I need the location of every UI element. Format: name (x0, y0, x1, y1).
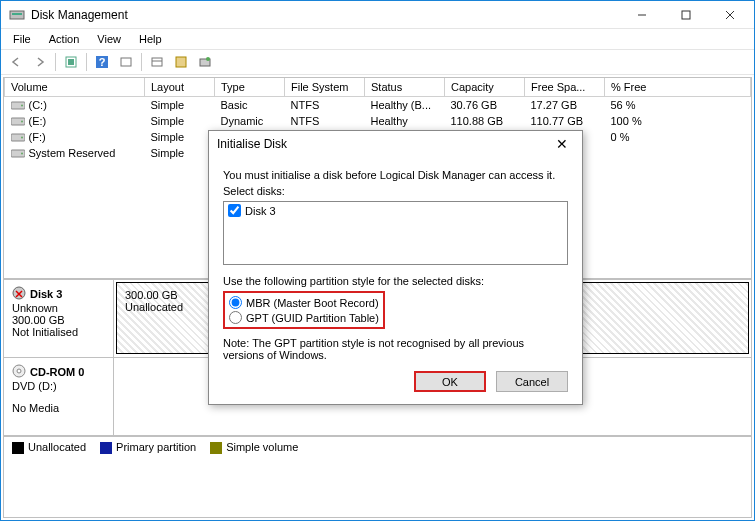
svg-point-15 (206, 57, 210, 61)
gpt-radio-row[interactable]: GPT (GUID Partition Table) (229, 310, 379, 325)
ok-button[interactable]: OK (414, 371, 486, 392)
legend: Unallocated Primary partition Simple vol… (4, 436, 751, 458)
svg-point-17 (21, 104, 23, 106)
disk3-label: Disk 3 Unknown 300.00 GB Not Initialised (4, 280, 114, 357)
minimize-button[interactable] (620, 2, 664, 28)
svg-rect-7 (68, 59, 74, 65)
initialise-disk-dialog: Initialise Disk ✕ You must initialise a … (208, 130, 583, 405)
toolbar-icon-2[interactable] (115, 51, 137, 73)
col-volume[interactable]: Volume (5, 78, 145, 96)
svg-rect-13 (176, 57, 186, 67)
disk3-checkbox-row[interactable]: Disk 3 (228, 204, 563, 217)
svg-text:?: ? (99, 56, 106, 68)
gpt-radio[interactable] (229, 311, 242, 324)
col-fs[interactable]: File System (285, 78, 365, 96)
dialog-close-icon[interactable]: ✕ (550, 136, 574, 152)
titlebar: Disk Management (1, 1, 754, 29)
svg-point-26 (17, 369, 21, 373)
col-capacity[interactable]: Capacity (445, 78, 525, 96)
help-icon[interactable]: ? (91, 51, 113, 73)
menu-file[interactable]: File (5, 31, 39, 47)
mbr-radio-row[interactable]: MBR (Master Boot Record) (229, 295, 379, 310)
disk3-checkbox[interactable] (228, 204, 241, 217)
svg-point-21 (21, 136, 23, 138)
svg-point-19 (21, 120, 23, 122)
toolbar-icon-3[interactable] (146, 51, 168, 73)
forward-button[interactable] (29, 51, 51, 73)
svg-rect-10 (121, 58, 131, 66)
col-pct[interactable]: % Free (605, 78, 751, 96)
partition-style-label: Use the following partition style for th… (223, 275, 568, 287)
disk-select-list[interactable]: Disk 3 (223, 201, 568, 265)
menubar: File Action View Help (1, 29, 754, 49)
toolbar-icon-1[interactable] (60, 51, 82, 73)
svg-rect-1 (12, 13, 22, 15)
dialog-message: You must initialise a disk before Logica… (223, 169, 568, 181)
table-row[interactable]: (C:)SimpleBasicNTFSHealthy (B...30.76 GB… (5, 96, 751, 113)
table-row[interactable]: (E:)SimpleDynamicNTFSHealthy110.88 GB110… (5, 113, 751, 129)
gpt-note: Note: The GPT partition style is not rec… (223, 337, 568, 361)
menu-action[interactable]: Action (41, 31, 88, 47)
select-disks-label: Select disks: (223, 185, 568, 197)
back-button[interactable] (5, 51, 27, 73)
svg-point-23 (21, 152, 23, 154)
mbr-radio[interactable] (229, 296, 242, 309)
partition-style-group: MBR (Master Boot Record) GPT (GUID Parti… (223, 291, 385, 329)
dialog-title: Initialise Disk (217, 137, 550, 151)
col-status[interactable]: Status (365, 78, 445, 96)
menu-help[interactable]: Help (131, 31, 170, 47)
svg-rect-11 (152, 58, 162, 66)
app-icon (9, 7, 25, 23)
col-type[interactable]: Type (215, 78, 285, 96)
disk-unknown-icon (12, 286, 26, 302)
window-title: Disk Management (31, 8, 620, 22)
legend-swatch-unallocated (12, 442, 24, 454)
cdrom-icon (12, 364, 26, 380)
menu-view[interactable]: View (89, 31, 129, 47)
legend-swatch-simple (210, 442, 222, 454)
cancel-button[interactable]: Cancel (496, 371, 568, 392)
toolbar-icon-5[interactable] (194, 51, 216, 73)
col-free[interactable]: Free Spa... (525, 78, 605, 96)
legend-swatch-primary (100, 442, 112, 454)
col-layout[interactable]: Layout (145, 78, 215, 96)
toolbar-icon-4[interactable] (170, 51, 192, 73)
svg-rect-3 (682, 11, 690, 19)
toolbar: ? (1, 49, 754, 75)
maximize-button[interactable] (664, 2, 708, 28)
cdrom-label: CD-ROM 0 DVD (D:) No Media (4, 358, 114, 435)
close-button[interactable] (708, 2, 752, 28)
